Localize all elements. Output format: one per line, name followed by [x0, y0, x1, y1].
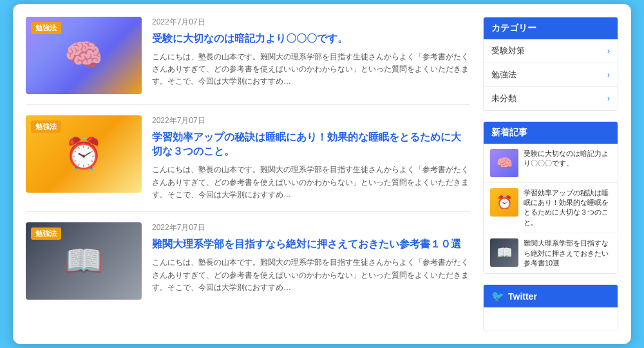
- recent-header: 新着記事: [484, 122, 618, 144]
- recent-item-3[interactable]: 難関大理系学部を目指すなら絶対に押さえておきたい参考書10選: [484, 233, 618, 273]
- article-thumbnail-1: 勉強法: [26, 17, 142, 94]
- recent-text-3: 難関大理系学部を目指すなら絶対に押さえておきたい参考書10選: [524, 238, 611, 268]
- main-content: 勉強法 2022年7月07日 受験に大切なのは暗記力より〇〇〇です。 こんにちは…: [26, 17, 470, 332]
- article-thumbnail-3: 勉強法: [26, 222, 142, 300]
- article-card-3[interactable]: 勉強法 2022年7月07日 難関大理系学部を目指すなら絶対に押さえておきたい参…: [26, 222, 470, 310]
- article-date-1: 2022年7月07日: [152, 17, 470, 28]
- recent-section: 新着記事 受験に大切なのは暗記力より〇〇〇です。 学習効率アップの秘訣は睡眠にあ…: [483, 121, 618, 275]
- twitter-section: 🐦 Twitter: [483, 284, 618, 331]
- chevron-icon-2: ›: [607, 70, 610, 79]
- twitter-body: [484, 307, 618, 331]
- category-list: 受験対策 › 勉強法 › 未分類 ›: [484, 39, 618, 110]
- sidebar: カテゴリー 受験対策 › 勉強法 › 未分類 ›: [483, 17, 618, 332]
- category-item-3[interactable]: 未分類 ›: [484, 87, 618, 110]
- recent-text-2: 学習効率アップの秘訣は睡眠にあり！効果的な睡眠をとるために大切な３つのこと。: [524, 188, 611, 228]
- twitter-label: Twitter: [508, 291, 537, 302]
- chevron-icon-1: ›: [607, 46, 610, 55]
- category-badge-2: 勉強法: [31, 121, 61, 133]
- article-excerpt-2: こんにちは、塾長の山本です。難関大の理系学部を目指す生徒さんからよく「参考書がた…: [152, 164, 470, 201]
- category-item-1[interactable]: 受験対策 ›: [484, 39, 618, 63]
- chevron-icon-3: ›: [607, 94, 610, 103]
- recent-thumb-3: [490, 238, 518, 267]
- article-card-2[interactable]: 勉強法 2022年7月07日 学習効率アップの秘訣は睡眠にあり！効果的な睡眠をと…: [26, 115, 470, 212]
- category-item-2[interactable]: 勉強法 ›: [484, 63, 618, 87]
- article-date-2: 2022年7月07日: [152, 115, 470, 126]
- layout: 勉強法 2022年7月07日 受験に大切なのは暗記力より〇〇〇です。 こんにちは…: [26, 17, 618, 332]
- article-info-1: 2022年7月07日 受験に大切なのは暗記力より〇〇〇です。 こんにちは、塾長の…: [152, 17, 470, 88]
- article-title-2[interactable]: 学習効率アップの秘訣は睡眠にあり！効果的な睡眠をとるために大切な３つのこと。: [152, 130, 470, 159]
- recent-thumb-1: [490, 149, 518, 177]
- twitter-header: 🐦 Twitter: [484, 285, 618, 307]
- categories-section: カテゴリー 受験対策 › 勉強法 › 未分類 ›: [483, 17, 618, 111]
- article-info-2: 2022年7月07日 学習効率アップの秘訣は睡眠にあり！効果的な睡眠をとるために…: [152, 115, 470, 201]
- article-excerpt-3: こんにちは、塾長の山本です。難関大の理系学部を目指す生徒さんからよく「参考書がた…: [152, 256, 470, 294]
- recent-list: 受験に大切なのは暗記力より〇〇〇です。 学習効率アップの秘訣は睡眠にあり！効果的…: [484, 144, 618, 274]
- categories-header: カテゴリー: [484, 17, 618, 39]
- article-title-1[interactable]: 受験に大切なのは暗記力より〇〇〇です。: [152, 32, 470, 46]
- recent-text-1: 受験に大切なのは暗記力より〇〇〇です。: [524, 149, 611, 169]
- category-label-3: 未分類: [491, 93, 516, 104]
- twitter-bird-icon: 🐦: [491, 290, 504, 302]
- recent-thumb-2: [490, 188, 518, 217]
- page-wrapper: 勉強法 2022年7月07日 受験に大切なのは暗記力より〇〇〇です。 こんにちは…: [13, 4, 631, 345]
- article-excerpt-1: こんにちは、塾長の山本です。難関大の理系学部を目指す生徒さんからよく「参考書がた…: [152, 51, 470, 88]
- category-label-1: 受験対策: [491, 45, 525, 57]
- recent-item-2[interactable]: 学習効率アップの秘訣は睡眠にあり！効果的な睡眠をとるために大切な３つのこと。: [484, 183, 618, 234]
- article-info-3: 2022年7月07日 難関大理系学部を目指すなら絶対に押さえておきたい参考書１０…: [152, 222, 470, 294]
- article-title-3[interactable]: 難関大理系学部を目指すなら絶対に押さえておきたい参考書１０選: [152, 237, 470, 251]
- article-card-1[interactable]: 勉強法 2022年7月07日 受験に大切なのは暗記力より〇〇〇です。 こんにちは…: [26, 17, 470, 105]
- category-badge-1: 勉強法: [31, 22, 61, 34]
- category-label-2: 勉強法: [491, 69, 516, 81]
- recent-item-1[interactable]: 受験に大切なのは暗記力より〇〇〇です。: [484, 144, 618, 183]
- article-thumbnail-2: 勉強法: [26, 115, 142, 193]
- category-badge-3: 勉強法: [31, 227, 61, 240]
- article-date-3: 2022年7月07日: [152, 222, 470, 233]
